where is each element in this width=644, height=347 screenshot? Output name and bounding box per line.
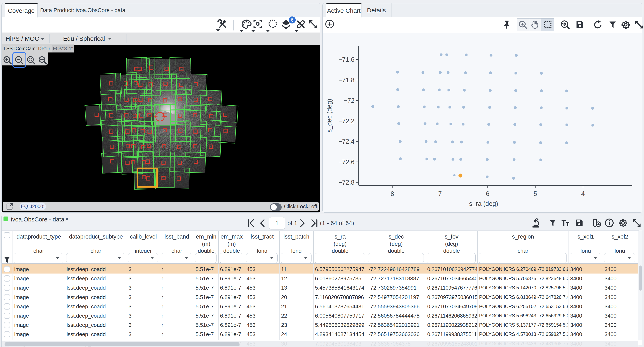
svg-text:s_ra (deg): s_ra (deg) xyxy=(469,200,498,207)
svg-text:−71.6: −71.6 xyxy=(338,56,354,63)
svg-text:7: 7 xyxy=(438,190,442,197)
svg-text:6: 6 xyxy=(486,190,489,197)
svg-text:8: 8 xyxy=(390,190,394,197)
svg-text:−72: −72 xyxy=(344,97,354,104)
svg-text:−72.8: −72.8 xyxy=(338,179,354,186)
svg-text:−71.8: −71.8 xyxy=(338,77,354,84)
svg-text:4: 4 xyxy=(581,190,585,197)
svg-text:−72.6: −72.6 xyxy=(338,158,354,166)
svg-text:−72.2: −72.2 xyxy=(338,118,354,125)
svg-text:−72.4: −72.4 xyxy=(338,138,354,145)
svg-text:5: 5 xyxy=(534,190,537,197)
svg-text:s_dec (deg): s_dec (deg) xyxy=(326,99,333,133)
